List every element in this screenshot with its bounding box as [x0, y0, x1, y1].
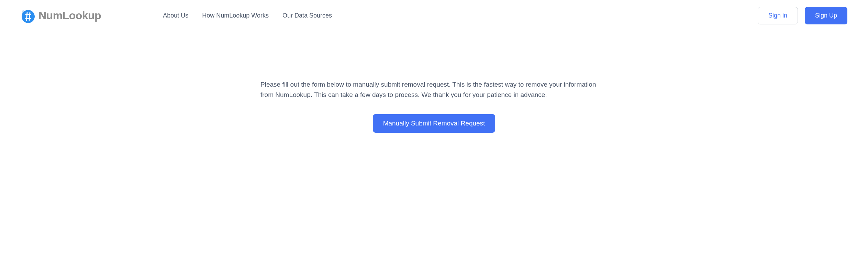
signin-button[interactable]: Sign in [758, 7, 798, 24]
description-text: Please fill out the form below to manual… [260, 79, 608, 100]
cta-wrapper: Manually Submit Removal Request [260, 114, 608, 133]
svg-line-4 [29, 13, 30, 20]
submit-removal-button[interactable]: Manually Submit Removal Request [373, 114, 496, 133]
nav-data-sources[interactable]: Our Data Sources [282, 12, 332, 19]
auth-buttons: Sign in Sign Up [758, 7, 847, 24]
logo-text: NumLookup [38, 9, 101, 22]
hash-icon [21, 8, 36, 23]
svg-point-0 [22, 10, 35, 23]
signup-button[interactable]: Sign Up [805, 7, 847, 24]
main-nav: About Us How NumLookup Works Our Data So… [163, 12, 332, 19]
nav-about[interactable]: About Us [163, 12, 188, 19]
nav-how-works[interactable]: How NumLookup Works [202, 12, 269, 19]
header: NumLookup About Us How NumLookup Works O… [0, 0, 868, 31]
logo[interactable]: NumLookup [21, 8, 101, 23]
svg-line-3 [26, 13, 27, 20]
main-content: Please fill out the form below to manual… [254, 79, 614, 133]
